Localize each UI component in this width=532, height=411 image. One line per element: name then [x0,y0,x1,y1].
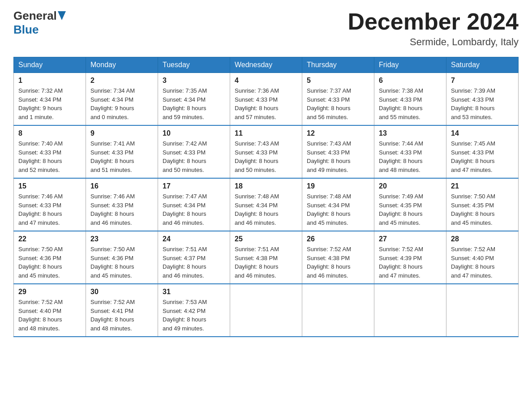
day-cell: 22 Sunrise: 7:50 AMSunset: 4:36 PMDaylig… [14,231,86,284]
day-cell: 17 Sunrise: 7:47 AMSunset: 4:34 PMDaylig… [158,178,230,231]
day-number: 15 [18,182,81,190]
day-info: Sunrise: 7:49 AMSunset: 4:35 PMDaylight:… [379,192,442,227]
header-row: SundayMondayTuesdayWednesdayThursdayFrid… [14,57,519,73]
day-cell: 21 Sunrise: 7:50 AMSunset: 4:35 PMDaylig… [446,178,519,231]
week-row-3: 15 Sunrise: 7:46 AMSunset: 4:33 PMDaylig… [14,178,519,231]
day-info: Sunrise: 7:52 AMSunset: 4:38 PMDaylight:… [307,245,369,280]
day-number: 31 [163,288,225,296]
day-cell: 29 Sunrise: 7:52 AMSunset: 4:40 PMDaylig… [14,284,86,337]
page-header: General Blue December 2024 Sermide, Lomb… [13,9,519,48]
day-number: 29 [18,288,81,296]
day-info: Sunrise: 7:44 AMSunset: 4:33 PMDaylight:… [379,139,442,174]
day-info: Sunrise: 7:52 AMSunset: 4:41 PMDaylight:… [90,298,153,333]
day-cell: 28 Sunrise: 7:52 AMSunset: 4:40 PMDaylig… [446,231,519,284]
day-info: Sunrise: 7:43 AMSunset: 4:33 PMDaylight:… [307,139,369,174]
day-number: 7 [451,77,514,85]
header-cell-thursday: Thursday [302,57,374,73]
day-cell: 1 Sunrise: 7:32 AMSunset: 4:34 PMDayligh… [14,73,86,126]
day-number: 14 [451,129,514,137]
day-cell: 31 Sunrise: 7:53 AMSunset: 4:42 PMDaylig… [158,284,230,337]
day-cell: 25 Sunrise: 7:51 AMSunset: 4:38 PMDaylig… [230,231,302,284]
week-row-5: 29 Sunrise: 7:52 AMSunset: 4:40 PMDaylig… [14,284,519,337]
day-cell: 9 Sunrise: 7:41 AMSunset: 4:33 PMDayligh… [86,125,158,178]
day-info: Sunrise: 7:50 AMSunset: 4:36 PMDaylight:… [90,245,153,280]
day-cell [446,284,519,337]
day-cell: 19 Sunrise: 7:48 AMSunset: 4:34 PMDaylig… [302,178,374,231]
day-info: Sunrise: 7:42 AMSunset: 4:33 PMDaylight:… [163,139,225,174]
day-info: Sunrise: 7:35 AMSunset: 4:34 PMDaylight:… [163,86,225,121]
day-cell: 24 Sunrise: 7:51 AMSunset: 4:37 PMDaylig… [158,231,230,284]
day-number: 22 [18,235,81,243]
day-number: 24 [163,235,225,243]
month-title: December 2024 [348,9,519,34]
header-cell-sunday: Sunday [14,57,86,73]
day-cell [302,284,374,337]
day-info: Sunrise: 7:48 AMSunset: 4:34 PMDaylight:… [235,192,297,227]
header-cell-tuesday: Tuesday [158,57,230,73]
day-number: 10 [163,129,225,137]
logo: General Blue [13,9,66,37]
day-number: 17 [163,182,225,190]
logo-triangle-icon [58,11,66,20]
day-info: Sunrise: 7:52 AMSunset: 4:40 PMDaylight:… [18,298,81,333]
day-number: 23 [90,235,153,243]
svg-marker-0 [58,11,66,20]
day-number: 19 [307,182,369,190]
day-cell: 26 Sunrise: 7:52 AMSunset: 4:38 PMDaylig… [302,231,374,284]
day-cell: 18 Sunrise: 7:48 AMSunset: 4:34 PMDaylig… [230,178,302,231]
day-cell: 12 Sunrise: 7:43 AMSunset: 4:33 PMDaylig… [302,125,374,178]
header-cell-friday: Friday [374,57,446,73]
day-info: Sunrise: 7:41 AMSunset: 4:33 PMDaylight:… [90,139,153,174]
day-number: 1 [18,77,81,85]
day-info: Sunrise: 7:53 AMSunset: 4:42 PMDaylight:… [163,298,225,333]
day-number: 30 [90,288,153,296]
day-info: Sunrise: 7:43 AMSunset: 4:33 PMDaylight:… [235,139,297,174]
logo-general: General [13,9,66,23]
day-info: Sunrise: 7:52 AMSunset: 4:39 PMDaylight:… [379,245,442,280]
day-number: 4 [235,77,297,85]
calendar-table: SundayMondayTuesdayWednesdayThursdayFrid… [13,57,519,337]
day-cell: 8 Sunrise: 7:40 AMSunset: 4:33 PMDayligh… [14,125,86,178]
day-cell: 7 Sunrise: 7:39 AMSunset: 4:33 PMDayligh… [446,73,519,126]
day-number: 21 [451,182,514,190]
day-number: 8 [18,129,81,137]
day-cell: 23 Sunrise: 7:50 AMSunset: 4:36 PMDaylig… [86,231,158,284]
day-cell: 10 Sunrise: 7:42 AMSunset: 4:33 PMDaylig… [158,125,230,178]
day-info: Sunrise: 7:46 AMSunset: 4:33 PMDaylight:… [90,192,153,227]
day-cell: 15 Sunrise: 7:46 AMSunset: 4:33 PMDaylig… [14,178,86,231]
day-number: 27 [379,235,442,243]
day-number: 28 [451,235,514,243]
day-cell: 20 Sunrise: 7:49 AMSunset: 4:35 PMDaylig… [374,178,446,231]
day-cell: 14 Sunrise: 7:45 AMSunset: 4:33 PMDaylig… [446,125,519,178]
day-number: 18 [235,182,297,190]
location-title: Sermide, Lombardy, Italy [348,36,519,48]
day-info: Sunrise: 7:37 AMSunset: 4:33 PMDaylight:… [307,86,369,121]
logo-general-text: General [13,9,57,22]
header-cell-monday: Monday [86,57,158,73]
day-cell: 30 Sunrise: 7:52 AMSunset: 4:41 PMDaylig… [86,284,158,337]
day-cell: 3 Sunrise: 7:35 AMSunset: 4:34 PMDayligh… [158,73,230,126]
day-number: 3 [163,77,225,85]
title-block: December 2024 Sermide, Lombardy, Italy [348,9,519,48]
day-info: Sunrise: 7:47 AMSunset: 4:34 PMDaylight:… [163,192,225,227]
day-info: Sunrise: 7:40 AMSunset: 4:33 PMDaylight:… [18,139,81,174]
week-row-4: 22 Sunrise: 7:50 AMSunset: 4:36 PMDaylig… [14,231,519,284]
day-number: 25 [235,235,297,243]
day-number: 6 [379,77,442,85]
day-number: 20 [379,182,442,190]
day-info: Sunrise: 7:50 AMSunset: 4:35 PMDaylight:… [451,192,514,227]
day-info: Sunrise: 7:51 AMSunset: 4:38 PMDaylight:… [235,245,297,280]
day-cell: 27 Sunrise: 7:52 AMSunset: 4:39 PMDaylig… [374,231,446,284]
day-number: 26 [307,235,369,243]
day-cell: 4 Sunrise: 7:36 AMSunset: 4:33 PMDayligh… [230,73,302,126]
day-info: Sunrise: 7:48 AMSunset: 4:34 PMDaylight:… [307,192,369,227]
week-row-2: 8 Sunrise: 7:40 AMSunset: 4:33 PMDayligh… [14,125,519,178]
day-number: 2 [90,77,153,85]
calendar-body: 1 Sunrise: 7:32 AMSunset: 4:34 PMDayligh… [14,73,519,337]
day-cell: 11 Sunrise: 7:43 AMSunset: 4:33 PMDaylig… [230,125,302,178]
day-info: Sunrise: 7:38 AMSunset: 4:33 PMDaylight:… [379,86,442,121]
day-info: Sunrise: 7:51 AMSunset: 4:37 PMDaylight:… [163,245,225,280]
day-cell: 5 Sunrise: 7:37 AMSunset: 4:33 PMDayligh… [302,73,374,126]
day-cell: 13 Sunrise: 7:44 AMSunset: 4:33 PMDaylig… [374,125,446,178]
day-number: 16 [90,182,153,190]
